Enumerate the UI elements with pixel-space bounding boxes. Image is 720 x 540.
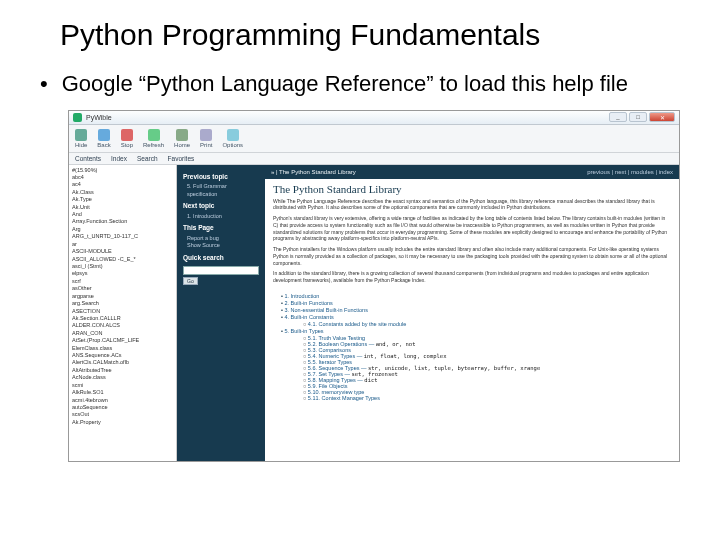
index-item[interactable]: AlkRule.SO1 (72, 389, 173, 396)
toc-link[interactable]: 5. Built-in Types (284, 328, 323, 334)
index-item[interactable]: #(15.90%) (72, 167, 173, 174)
index-item[interactable]: scsOut (72, 411, 173, 418)
index-item[interactable]: AltAtributedTree (72, 367, 173, 374)
toc-link[interactable]: 5.11. Context Manager Types (308, 395, 380, 401)
paragraph: While The Python Language Reference desc… (273, 198, 671, 212)
tool-back[interactable]: Back (97, 129, 110, 148)
index-item[interactable]: AcNode.class (72, 374, 173, 381)
refresh-icon (148, 129, 160, 141)
content-header: » | The Python Standard Library previous… (265, 165, 679, 179)
toc-item[interactable]: ○ 4.1. Constants added by the site modul… (303, 321, 663, 327)
index-item[interactable]: scrf (72, 278, 173, 285)
index-item[interactable]: ASCII-MODULE (72, 248, 173, 255)
code-text: int, float, long, complex (364, 353, 447, 359)
index-item[interactable]: ALDER.CON.ALCS (72, 322, 173, 329)
index-item[interactable]: acmi.4tebrown (72, 397, 173, 404)
toc-link[interactable]: 2. Built-in Functions (284, 300, 332, 306)
index-item[interactable]: argparse (72, 293, 173, 300)
tool-options[interactable]: Options (222, 129, 243, 148)
index-item[interactable]: AlertCls.CALMatch.ofIb (72, 359, 173, 366)
toolbar: HideBackStopRefreshHomePrintOptions (69, 125, 679, 153)
next-topic-heading: Next topic (183, 202, 259, 211)
index-list[interactable]: #(15.90%)abc4ac4Ak.ClassAk.TypeAk.UnitAn… (69, 165, 177, 461)
tool-label: Print (200, 142, 212, 148)
index-item[interactable]: arg.Search (72, 300, 173, 307)
index-item[interactable]: autoSequence (72, 404, 173, 411)
breadcrumb[interactable]: » | The Python Standard Library (271, 169, 356, 175)
index-item[interactable]: ASECTION (72, 308, 173, 315)
show-source-link[interactable]: Show Source (187, 242, 259, 249)
index-item[interactable]: AtSet.(Prop.CALCMF_LIFE (72, 337, 173, 344)
paragraph: In addition to the standard library, the… (273, 270, 671, 284)
toc-link[interactable]: 4. Built-in Constants (284, 314, 333, 320)
index-item[interactable]: Ak.Section.CALLLR (72, 315, 173, 322)
go-button[interactable]: Go (183, 277, 198, 286)
toc-item[interactable]: • 1. Introduction (281, 293, 663, 299)
home-icon (176, 129, 188, 141)
tool-home[interactable]: Home (174, 129, 190, 148)
index-item[interactable]: And (72, 211, 173, 218)
toc-item[interactable]: • 5. Built-in Types (281, 328, 663, 334)
index-item[interactable]: ANS.Sequence.ACs (72, 352, 173, 359)
code-text: and, or, not (376, 341, 416, 347)
index-item[interactable]: scmi (72, 382, 173, 389)
index-item[interactable]: abc4 (72, 174, 173, 181)
toc-item[interactable]: • 2. Built-in Functions (281, 300, 663, 306)
code-text: dict (364, 377, 377, 383)
index-item[interactable]: elpsys (72, 270, 173, 277)
tab-search[interactable]: Search (137, 155, 158, 162)
slide-bullet: Google “Python Language Reference” to lo… (40, 70, 680, 98)
nav-links[interactable]: previous | next | modules | index (587, 169, 673, 175)
maximize-button[interactable]: □ (629, 112, 647, 122)
tab-contents[interactable]: Contents (75, 155, 101, 162)
tab-index[interactable]: Index (111, 155, 127, 162)
toc-link[interactable]: 3. Non-essential Built-in Functions (284, 307, 367, 313)
tab-favorites[interactable]: Favorites (168, 155, 195, 162)
search-input[interactable] (183, 266, 259, 275)
tool-label: Home (174, 142, 190, 148)
paragraph: The Python installers for the Windows pl… (273, 246, 671, 266)
index-item[interactable]: ARG_t_UNRTD_10-117_C (72, 233, 173, 240)
toc-item[interactable]: • 3. Non-essential Built-in Functions (281, 307, 663, 313)
index-item[interactable]: ARAN_CON (72, 330, 173, 337)
prev-topic-link[interactable]: 5. Full Grammar (187, 183, 259, 190)
toc: • 1. Introduction• 2. Built-in Functions… (265, 288, 679, 405)
next-topic-link[interactable]: 1. Introduction (187, 213, 259, 220)
toc-item[interactable]: • 4. Built-in Constants (281, 314, 663, 320)
close-button[interactable]: ✕ (649, 112, 675, 122)
tool-label: Hide (75, 142, 87, 148)
prev-topic-link-2[interactable]: specification (187, 191, 259, 198)
stop-icon (121, 129, 133, 141)
tool-hide[interactable]: Hide (75, 129, 87, 148)
toc-link[interactable]: 1. Introduction (284, 293, 319, 299)
index-item[interactable]: ac4 (72, 181, 173, 188)
index-item[interactable]: Ak.Type (72, 196, 173, 203)
index-item[interactable]: ASCII_ALLOWED -C_E_* (72, 256, 173, 263)
index-item[interactable]: Ak.Unit (72, 204, 173, 211)
minimize-button[interactable]: _ (609, 112, 627, 122)
index-item[interactable]: ElemClass.class (72, 345, 173, 352)
index-item[interactable]: ar (72, 241, 173, 248)
index-item[interactable]: asci_l (Stmt) (72, 263, 173, 270)
print-icon (200, 129, 212, 141)
index-item[interactable]: Ak.Class (72, 189, 173, 196)
slide-title: Python Programming Fundamentals (60, 18, 680, 52)
toc-link[interactable]: 4.1. Constants added by the site module (308, 321, 406, 327)
tool-label: Refresh (143, 142, 164, 148)
index-item[interactable]: Ak.Property (72, 419, 173, 426)
options-icon (227, 129, 239, 141)
index-item[interactable]: Array.Function.Section (72, 218, 173, 225)
index-item[interactable]: Arg (72, 226, 173, 233)
this-page-heading: This Page (183, 224, 259, 233)
index-item[interactable]: asOther (72, 285, 173, 292)
tool-refresh[interactable]: Refresh (143, 129, 164, 148)
prev-topic-heading: Previous topic (183, 173, 259, 182)
report-bug-link[interactable]: Report a bug (187, 235, 259, 242)
doc-sidebar: Previous topic 5. Full Grammar specifica… (177, 165, 265, 461)
tool-stop[interactable]: Stop (121, 129, 133, 148)
tool-print[interactable]: Print (200, 129, 212, 148)
tool-label: Options (222, 142, 243, 148)
doc-content: » | The Python Standard Library previous… (265, 165, 679, 461)
toc-item[interactable]: ○ 5.11. Context Manager Types (303, 395, 663, 401)
app-icon (73, 113, 82, 122)
